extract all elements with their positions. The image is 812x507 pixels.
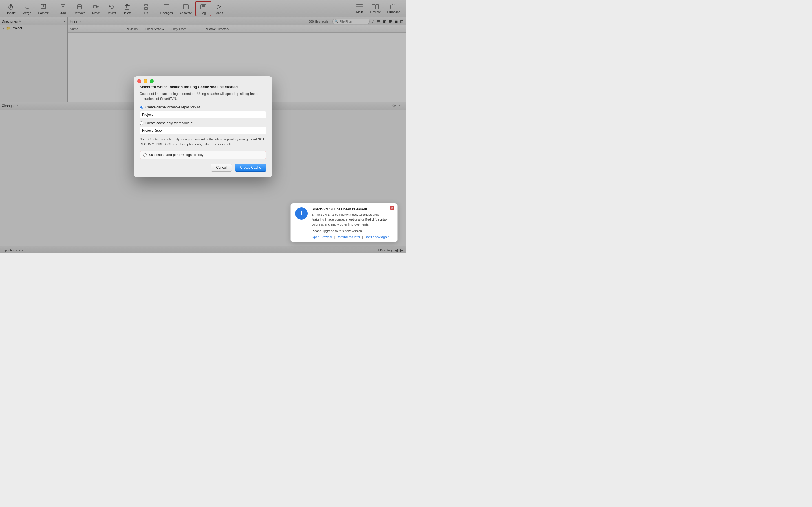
- skip-label: Skip cache and perform logs directly: [149, 153, 203, 157]
- modal-maximize-button[interactable]: [150, 79, 154, 83]
- remind-later-link[interactable]: Remind me later: [337, 235, 360, 238]
- notification-icon: i: [295, 207, 308, 220]
- skip-radio[interactable]: [143, 153, 147, 157]
- modal-title: Select for which location the Log Cache …: [140, 85, 266, 89]
- skip-option[interactable]: Skip cache and perform logs directly: [140, 151, 266, 159]
- notification-body: SmartSVN 14.1 comes with new Changes vie…: [312, 212, 393, 227]
- whole-repo-option: Create cache for whole repository at: [140, 105, 266, 109]
- notification-links: Open Browser | Remind me later | Don't s…: [312, 235, 393, 238]
- create-cache-button[interactable]: Create Cache: [235, 164, 266, 172]
- whole-repo-radio[interactable]: [140, 106, 143, 109]
- log-cache-modal: Select for which location the Log Cache …: [134, 76, 272, 177]
- modal-note: Note! Creating a cache only for a part i…: [140, 137, 266, 147]
- module-radio[interactable]: [140, 121, 143, 125]
- info-icon: i: [301, 210, 302, 217]
- notification-close-button[interactable]: ✕: [390, 206, 395, 210]
- notification-note: Please upgrade to this new version.: [312, 229, 393, 233]
- module-option: Create cache only for module at: [140, 121, 266, 125]
- module-label: Create cache only for module at: [146, 121, 193, 125]
- dont-show-link[interactable]: Don't show again: [364, 235, 389, 238]
- whole-repo-label: Create cache for whole repository at: [146, 105, 200, 109]
- modal-minimize-button[interactable]: [144, 79, 147, 83]
- notification-panel: ✕ i SmartSVN 14.1 has been released! Sma…: [290, 203, 398, 242]
- modal-buttons: Cancel Create Cache: [134, 164, 272, 172]
- notification-content: SmartSVN 14.1 has been released! SmartSV…: [312, 207, 393, 238]
- modal-close-button[interactable]: [137, 79, 141, 83]
- cancel-button[interactable]: Cancel: [211, 164, 232, 172]
- whole-repo-field[interactable]: [140, 111, 266, 118]
- modal-description: Could not find cached log information. U…: [140, 91, 266, 101]
- modal-body: Select for which location the Log Cache …: [134, 85, 272, 159]
- open-browser-link[interactable]: Open Browser: [312, 235, 333, 238]
- modal-titlebar: [134, 76, 272, 85]
- module-field[interactable]: [140, 127, 266, 134]
- notification-title: SmartSVN 14.1 has been released!: [312, 207, 393, 211]
